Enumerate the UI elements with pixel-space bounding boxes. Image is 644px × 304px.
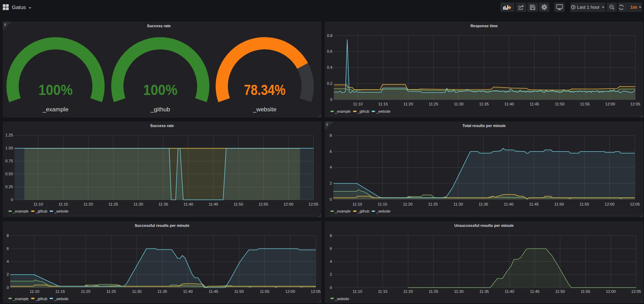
svg-text:2: 2: [330, 272, 332, 276]
svg-text:11:45: 11:45: [529, 102, 539, 106]
svg-text:11:50: 11:50: [554, 202, 564, 206]
svg-text:12:05: 12:05: [630, 102, 640, 106]
svg-text:12:00: 12:00: [605, 202, 614, 206]
svg-text:11:50: 11:50: [555, 102, 564, 106]
svg-text:12:05: 12:05: [308, 202, 318, 206]
svg-text:2: 2: [7, 272, 9, 276]
svg-text:11:40: 11:40: [504, 202, 513, 206]
svg-text:12:00: 12:00: [285, 289, 295, 294]
svg-text:11:25: 11:25: [107, 289, 116, 294]
svg-text:8: 8: [7, 233, 9, 238]
svg-text:11:10: 11:10: [353, 102, 363, 106]
svg-text:11:20: 11:20: [83, 202, 93, 206]
svg-text:6: 6: [7, 246, 9, 251]
svg-text:8: 8: [330, 233, 332, 238]
svg-text:11:45: 11:45: [208, 289, 218, 294]
svg-text:11:20: 11:20: [403, 202, 412, 206]
svg-text:11:55: 11:55: [580, 102, 590, 106]
svg-text:11:50: 11:50: [234, 289, 244, 294]
svg-text:11:45: 11:45: [530, 289, 539, 294]
svg-text:11:15: 11:15: [378, 289, 387, 294]
svg-text:11:25: 11:25: [109, 202, 118, 206]
svg-text:11:30: 11:30: [132, 289, 141, 294]
svg-text:11:30: 11:30: [133, 202, 143, 206]
svg-text:11:35: 11:35: [479, 102, 489, 106]
svg-text:_github: _github: [150, 106, 170, 113]
svg-text:11:40: 11:40: [504, 102, 514, 106]
svg-text:11:10: 11:10: [352, 202, 362, 206]
svg-text:4: 4: [330, 259, 332, 264]
svg-text:11:30: 11:30: [454, 102, 463, 106]
svg-text:11:15: 11:15: [378, 202, 387, 206]
svg-text:11:55: 11:55: [581, 289, 590, 294]
svg-text:0.50: 0.50: [5, 172, 13, 176]
svg-text:11:25: 11:25: [429, 102, 438, 106]
svg-text:11:35: 11:35: [479, 289, 489, 294]
svg-text:0.4: 0.4: [327, 65, 332, 69]
svg-text:11:50: 11:50: [555, 289, 565, 294]
svg-text:100%: 100%: [38, 82, 73, 98]
svg-text:11:10: 11:10: [353, 289, 362, 294]
svg-text:11:40: 11:40: [184, 202, 193, 206]
svg-text:0.2: 0.2: [327, 81, 332, 86]
svg-text:12:00: 12:00: [606, 289, 616, 294]
svg-text:11:30: 11:30: [453, 202, 463, 206]
svg-text:4: 4: [7, 259, 9, 264]
svg-text:11:20: 11:20: [403, 102, 413, 106]
svg-text:11:35: 11:35: [478, 202, 488, 206]
svg-text:4: 4: [330, 165, 332, 169]
svg-text:0: 0: [11, 198, 13, 202]
svg-text:11:35: 11:35: [158, 289, 167, 294]
svg-text:11:25: 11:25: [429, 289, 438, 294]
svg-text:100%: 100%: [143, 82, 177, 98]
svg-text:12:00: 12:00: [605, 102, 615, 106]
svg-text:11:10: 11:10: [34, 202, 43, 206]
svg-text:12:05: 12:05: [311, 289, 321, 294]
svg-text:11:20: 11:20: [81, 289, 90, 294]
svg-text:11:15: 11:15: [55, 289, 65, 294]
svg-text:11:25: 11:25: [428, 202, 438, 206]
svg-text:6: 6: [330, 246, 332, 251]
svg-text:11:45: 11:45: [529, 202, 539, 206]
svg-text:11:40: 11:40: [505, 289, 514, 294]
svg-text:11:10: 11:10: [30, 289, 39, 294]
svg-text:11:20: 11:20: [403, 289, 413, 294]
svg-text:_website: _website: [253, 106, 276, 113]
svg-text:2: 2: [330, 181, 332, 185]
svg-text:0: 0: [330, 286, 332, 290]
svg-text:1.00: 1.00: [5, 146, 13, 150]
svg-text:12:05: 12:05: [631, 289, 641, 294]
svg-text:11:55: 11:55: [258, 202, 268, 206]
svg-text:12:00: 12:00: [284, 202, 293, 206]
svg-text:11:55: 11:55: [260, 289, 269, 294]
svg-text:11:45: 11:45: [208, 202, 218, 206]
svg-text:11:15: 11:15: [378, 102, 388, 106]
svg-text:78.34%: 78.34%: [244, 82, 286, 98]
svg-text:6: 6: [330, 149, 332, 154]
svg-text:8: 8: [330, 133, 332, 138]
svg-text:0: 0: [330, 97, 332, 102]
svg-text:11:50: 11:50: [234, 202, 243, 206]
svg-text:11:35: 11:35: [159, 202, 168, 206]
svg-text:0.8: 0.8: [327, 34, 332, 38]
svg-text:11:55: 11:55: [579, 202, 589, 206]
svg-text:1.25: 1.25: [5, 133, 13, 137]
svg-text:0.75: 0.75: [5, 159, 13, 163]
svg-text:11:40: 11:40: [183, 289, 192, 294]
svg-text:11:15: 11:15: [58, 202, 68, 206]
svg-text:11:30: 11:30: [454, 289, 463, 294]
svg-text:0: 0: [7, 286, 9, 290]
svg-text:_example: _example: [42, 106, 68, 113]
svg-text:0.6: 0.6: [327, 49, 332, 53]
svg-text:0: 0: [330, 197, 332, 201]
svg-text:0.25: 0.25: [5, 185, 13, 189]
svg-text:12:05: 12:05: [630, 202, 640, 206]
